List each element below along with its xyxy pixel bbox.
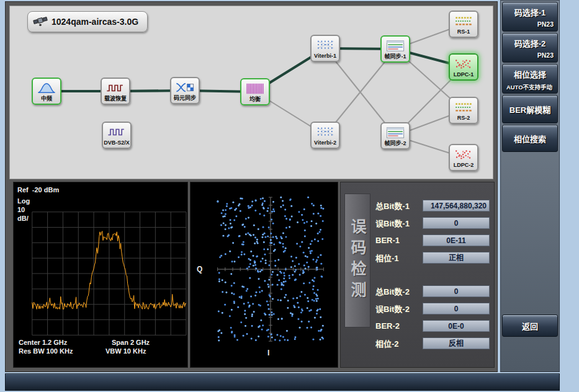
trellis-icon: [315, 38, 335, 52]
node-label: DVB-S2/X: [104, 140, 130, 146]
satellite-icon: [33, 14, 48, 29]
stat-value: 0E-0: [423, 320, 490, 332]
stat-value: 反相: [423, 337, 490, 349]
node-label: RS-1: [457, 29, 470, 35]
error-detection-watermark: 误码检测: [346, 218, 369, 303]
i-axis-label: I: [267, 349, 269, 357]
stat-label: BER-1: [375, 236, 400, 245]
node-label: LDPC-2: [454, 163, 474, 168]
main-panel: 1024qam-aircas-3.0G 中频 载波恢复: [5, 1, 498, 372]
node-frame-sync-1[interactable]: 帧同步-1: [380, 35, 410, 63]
stat-row: BER-2 0E-0: [375, 319, 490, 332]
node-rs-2[interactable]: RS-2: [449, 97, 478, 124]
node-viterbi-2[interactable]: Viterbi-2: [310, 122, 340, 149]
node-label: 均衡: [249, 97, 261, 102]
node-label: LDPC-1: [454, 72, 474, 78]
node-label: Viterbi-2: [314, 140, 336, 146]
square-wave-icon: [105, 81, 125, 95]
button-sublabel: PN23: [503, 20, 557, 28]
stat-row: 相位-1 正相: [375, 251, 490, 264]
node-equalizer[interactable]: 均衡: [240, 78, 270, 105]
node-label: 码元同步: [174, 96, 196, 101]
stat-row: 误Bit数-1 0: [375, 216, 490, 229]
stat-label: BER-2: [375, 321, 400, 331]
frame-window-icon: [385, 126, 405, 140]
stat-value: 0: [423, 217, 490, 229]
stat-row: 总Bit数-1 147,564,880,320: [375, 198, 490, 212]
node-dvb-s2x[interactable]: DVB-S2/X: [102, 122, 132, 149]
error-stats-panel: 误码检测 总Bit数-1 147,564,880,320 误Bit数-1 0 B…: [340, 182, 495, 368]
sidebar-button-code-select-2[interactable]: 码选择-2 PN23: [502, 33, 558, 63]
stat-row: 相位-2 反相: [375, 336, 490, 350]
sidebar-button-return[interactable]: 返回: [502, 314, 558, 337]
node-ldpc-2[interactable]: LDPC-2: [449, 144, 478, 171]
node-frame-sync-2[interactable]: 帧同步-2: [380, 122, 410, 149]
spectrum-span: Span 2 GHz: [112, 339, 150, 346]
sidebar-button-phase-search[interactable]: 相位搜索: [502, 125, 558, 152]
eye-diagram-icon: [175, 81, 195, 94]
button-label: BER解模糊: [509, 104, 550, 115]
coded-rows-icon: [454, 100, 474, 114]
spectrum-log-unit: dB/: [17, 215, 29, 222]
constellation-panel: Q I: [190, 182, 338, 368]
spectrum-center-freq: Center 1.2 GHz: [19, 339, 67, 346]
node-if[interactable]: 中频: [32, 78, 61, 105]
stats-rows: 总Bit数-1 147,564,880,320 误Bit数-1 0 BER-1 …: [375, 198, 490, 354]
button-label: 码选择-2: [503, 37, 557, 49]
node-label: 帧同步-2: [384, 141, 406, 146]
comb-filter-icon: [245, 82, 265, 96]
signal-title-button[interactable]: 1024qam-aircas-3.0G: [27, 11, 148, 32]
button-label: 相位选择: [503, 68, 557, 80]
spectrum-res-bw: Res BW 100 KHz: [19, 347, 73, 355]
trellis-icon: [315, 125, 335, 139]
spectrum-vbw: VBW 10 KHz: [105, 347, 146, 355]
node-symbol-sync[interactable]: 码元同步: [170, 77, 200, 104]
button-label: 返回: [522, 320, 538, 332]
sidebar: 码选择-1 PN23 码选择-2 PN23 相位选择 AUTO不支持手动 BER…: [500, 0, 560, 372]
stat-label: 误Bit数-1: [375, 217, 410, 229]
stat-label: 相位-1: [375, 252, 399, 264]
stat-row: BER-1 0E-11: [375, 233, 490, 247]
spectrum-log-label: Log: [17, 197, 30, 205]
stat-row: 误Bit数-2 0: [375, 301, 490, 315]
spectrum-ref-level: Ref -20 dBm: [17, 186, 59, 194]
stat-value: 0: [423, 285, 490, 297]
q-axis-label: Q: [197, 265, 202, 274]
node-label: 载波恢复: [104, 96, 127, 102]
node-carrier-recovery[interactable]: 载波恢复: [101, 78, 130, 105]
signal-title: 1024qam-aircas-3.0G: [52, 17, 138, 27]
button-sublabel: AUTO不支持手动: [503, 82, 557, 91]
frame-window-icon: [385, 39, 405, 53]
node-rs-1[interactable]: RS-1: [449, 11, 478, 38]
button-sublabel: PN23: [503, 51, 557, 59]
constellation-plot: [191, 182, 338, 367]
stat-label: 总Bit数-2: [375, 285, 410, 297]
node-label: 中频: [41, 96, 52, 102]
stat-label: 误Bit数-2: [375, 303, 410, 314]
button-label: 码选择-1: [503, 6, 557, 18]
error-detection-strip: 误码检测: [344, 194, 370, 327]
spectrum-panel: Ref -20 dBm Log 10 dB/ Center 1.2 GHz Sp…: [13, 182, 188, 368]
stat-value: 147,564,880,320: [423, 200, 490, 212]
node-label: RS-2: [457, 115, 470, 121]
stat-value: 0E-11: [423, 234, 490, 246]
bottom-status-strip: [5, 373, 560, 391]
stat-row: 总Bit数-2 0: [375, 284, 490, 298]
button-label: 相位搜索: [514, 133, 546, 145]
sidebar-button-ber-deambiguity[interactable]: BER解模糊: [502, 95, 558, 123]
scatter-code-icon: [454, 57, 474, 71]
stat-value: 0: [423, 303, 490, 314]
node-ldpc-1[interactable]: LDPC-1: [449, 53, 478, 81]
flow-diagram-panel: 1024qam-aircas-3.0G 中频 载波恢复: [9, 6, 493, 179]
node-label: 帧同步-1: [384, 54, 406, 60]
sidebar-button-phase-select[interactable]: 相位选择 AUTO不支持手动: [502, 64, 558, 94]
square-wave-icon: [107, 125, 127, 139]
scatter-code-icon: [454, 148, 474, 161]
stats-gap: [375, 268, 490, 284]
stat-value: 正相: [423, 252, 490, 264]
if-spectrum-icon: [37, 81, 56, 95]
coded-rows-icon: [454, 14, 474, 28]
node-viterbi-1[interactable]: Viterbi-1: [310, 35, 340, 62]
sidebar-button-code-select-1[interactable]: 码选择-1 PN23: [502, 2, 558, 32]
spectrum-log-value: 10: [17, 206, 25, 213]
